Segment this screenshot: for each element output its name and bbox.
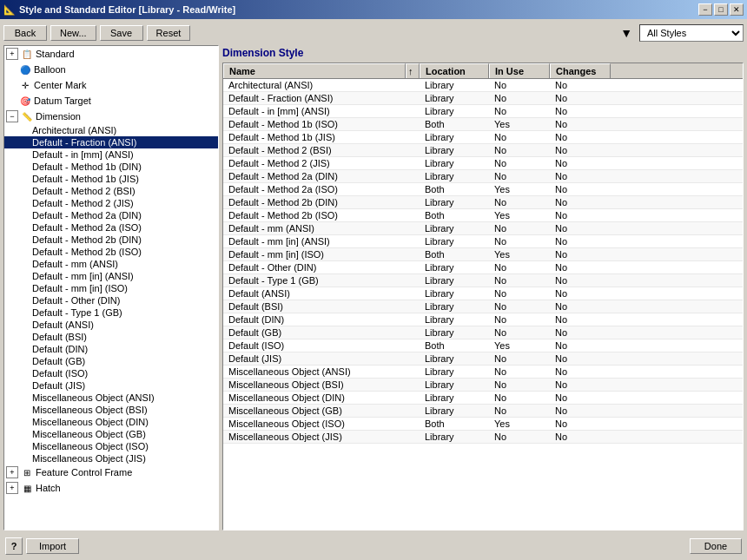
tree-item[interactable]: Default - mm [in] (ISO) [4, 282, 218, 294]
tree-item[interactable]: Default - Method 2b (DIN) [4, 234, 218, 246]
tree-item[interactable]: 🔵Balloon [4, 62, 218, 77]
table-body[interactable]: Architectural (ANSI)LibraryNoNoDefault -… [223, 79, 743, 530]
table-row[interactable]: Default - Method 2a (ISO)BothYesNo [223, 183, 743, 196]
table-row[interactable]: Default - Method 2b (ISO)BothYesNo [223, 209, 743, 222]
tree-item[interactable]: Default - Method 2 (JIS) [4, 197, 218, 209]
tree-item[interactable]: Miscellaneous Object (ISO) [4, 440, 218, 452]
cell-inuse: No [489, 326, 550, 339]
minimize-button[interactable]: − [698, 3, 712, 16]
done-button[interactable]: Done [690, 538, 742, 554]
table-row[interactable]: Default - Type 1 (GB)LibraryNoNo [223, 274, 743, 287]
tree-item[interactable]: Architectural (ANSI) [4, 124, 218, 136]
table-row[interactable]: Default - Method 2 (JIS)LibraryNoNo [223, 157, 743, 170]
tree-item[interactable]: Default - Method 2a (ISO) [4, 221, 218, 234]
tree-item-label: Default - mm (ANSI) [32, 259, 118, 269]
tree-item[interactable]: Default (DIN) [4, 343, 218, 355]
cell-inuse: No [489, 157, 550, 169]
sort-icon[interactable]: ↑ [406, 63, 420, 78]
tree-item[interactable]: Miscellaneous Object (GB) [4, 428, 218, 440]
table-row[interactable]: Default - mm (ANSI)LibraryNoNo [223, 222, 743, 235]
col-header-inuse[interactable]: In Use [489, 63, 550, 78]
maximize-button[interactable]: □ [714, 3, 728, 16]
reset-button[interactable]: Reset [147, 25, 191, 41]
cell-inuse: Yes [489, 118, 550, 130]
table-row[interactable]: Default (GB)LibraryNoNo [223, 326, 743, 339]
table-row[interactable]: Miscellaneous Object (DIN)LibraryNoNo [223, 392, 743, 405]
tree-item[interactable]: 🎯Datum Target [4, 93, 218, 109]
cell-location: Both [420, 183, 489, 195]
tree-item[interactable]: Default (ANSI) [4, 319, 218, 331]
style-filter-dropdown[interactable]: All Styles [639, 24, 744, 42]
cell-name: Default (ISO) [223, 339, 420, 352]
tree-item[interactable]: Miscellaneous Object (JIS) [4, 452, 218, 464]
tree-item[interactable]: Default - Method 2 (BSI) [4, 185, 218, 197]
save-button[interactable]: Save [100, 25, 143, 41]
cell-name: Default - Method 2a (ISO) [223, 183, 420, 195]
table-row[interactable]: Default - Other (DIN)LibraryNoNo [223, 261, 743, 274]
table-row[interactable]: Default - Method 2a (DIN)LibraryNoNo [223, 170, 743, 183]
table-row[interactable]: Architectural (ANSI)LibraryNoNo [223, 79, 743, 92]
table-row[interactable]: Default - in [mm] (ANSI)LibraryNoNo [223, 105, 743, 118]
tree-item[interactable]: Miscellaneous Object (DIN) [4, 416, 218, 428]
tree-item[interactable]: Miscellaneous Object (BSI) [4, 404, 218, 416]
tree-item[interactable]: +📋Standard [4, 46, 218, 62]
table-row[interactable]: Default - Method 2 (BSI)LibraryNoNo [223, 144, 743, 157]
table-row[interactable]: Default - Method 1b (JIS)LibraryNoNo [223, 131, 743, 144]
table-row[interactable]: Default (ISO)BothYesNo [223, 339, 743, 352]
tree-item[interactable]: Default - mm [in] (ANSI) [4, 270, 218, 282]
tree-item[interactable]: +⊞Feature Control Frame [4, 464, 218, 480]
table-row[interactable]: Default (JIS)LibraryNoNo [223, 352, 743, 366]
tree-item[interactable]: ✛Center Mark [4, 77, 218, 93]
table-row[interactable]: Miscellaneous Object (JIS)LibraryNoNo [223, 431, 743, 444]
table-row[interactable]: Default (BSI)LibraryNoNo [223, 300, 743, 313]
tree-item[interactable]: Default (GB) [4, 355, 218, 367]
table-row[interactable]: Miscellaneous Object (BSI)LibraryNoNo [223, 379, 743, 392]
table-row[interactable]: Miscellaneous Object (ISO)BothYesNo [223, 418, 743, 431]
help-button[interactable]: ? [5, 537, 23, 555]
cell-location: Library [420, 157, 489, 169]
cell-changes: No [550, 418, 611, 430]
cell-changes: No [550, 274, 611, 287]
tree-item[interactable]: −📏Dimension [4, 109, 218, 124]
tree-item[interactable]: Default (ISO) [4, 367, 218, 379]
table-row[interactable]: Miscellaneous Object (GB)LibraryNoNo [223, 405, 743, 418]
tree-item[interactable]: Default (BSI) [4, 331, 218, 343]
tree-expand-icon[interactable]: + [6, 482, 18, 494]
table-row[interactable]: Miscellaneous Object (ANSI)LibraryNoNo [223, 366, 743, 379]
tree-item[interactable]: Default - Fraction (ANSI) [4, 136, 218, 148]
cell-changes: No [550, 170, 611, 182]
tree-expand-icon[interactable]: − [6, 110, 18, 122]
tree-item[interactable]: Default - in [mm] (ANSI) [4, 148, 218, 161]
close-button[interactable]: ✕ [730, 3, 744, 16]
tree-item[interactable]: Default - Method 1b (JIS) [4, 173, 218, 185]
import-button[interactable]: Import [26, 538, 79, 554]
col-header-location[interactable]: Location [420, 63, 489, 78]
tree-item[interactable]: +▦Hatch [4, 480, 218, 496]
table-row[interactable]: Default - Fraction (ANSI)LibraryNoNo [223, 92, 743, 105]
tree-item[interactable]: Default - Type 1 (GB) [4, 306, 218, 319]
cell-location: Library [420, 92, 489, 104]
tree-item[interactable]: Default - Other (DIN) [4, 294, 218, 306]
tree-scroll-area[interactable]: +📋Standard🔵Balloon✛Center Mark🎯Datum Tar… [4, 46, 218, 530]
cell-inuse: No [489, 79, 550, 91]
cell-changes: No [550, 339, 611, 352]
col-header-changes[interactable]: Changes [550, 63, 611, 78]
tree-expand-icon[interactable]: + [6, 48, 18, 60]
tree-item[interactable]: Default - Method 2b (ISO) [4, 246, 218, 258]
table-row[interactable]: Default - mm [in] (ANSI)LibraryNoNo [223, 235, 743, 248]
tree-item[interactable]: Default - Method 2a (DIN) [4, 209, 218, 221]
table-row[interactable]: Default - Method 1b (ISO)BothYesNo [223, 118, 743, 131]
tree-item[interactable]: Default (JIS) [4, 379, 218, 392]
table-row[interactable]: Default - Method 2b (DIN)LibraryNoNo [223, 196, 743, 209]
new-button[interactable]: New... [50, 25, 96, 41]
col-header-name[interactable]: Name [223, 63, 406, 78]
tree-expand-icon[interactable]: + [6, 466, 18, 478]
table-row[interactable]: Default - mm [in] (ISO)BothYesNo [223, 248, 743, 261]
table-row[interactable]: Default (DIN)LibraryNoNo [223, 313, 743, 326]
cell-location: Library [420, 170, 489, 182]
tree-item[interactable]: Miscellaneous Object (ANSI) [4, 392, 218, 404]
table-row[interactable]: Default (ANSI)LibraryNoNo [223, 287, 743, 300]
tree-item[interactable]: Default - mm (ANSI) [4, 258, 218, 270]
back-button[interactable]: Back [3, 25, 47, 41]
tree-item[interactable]: Default - Method 1b (DIN) [4, 161, 218, 173]
